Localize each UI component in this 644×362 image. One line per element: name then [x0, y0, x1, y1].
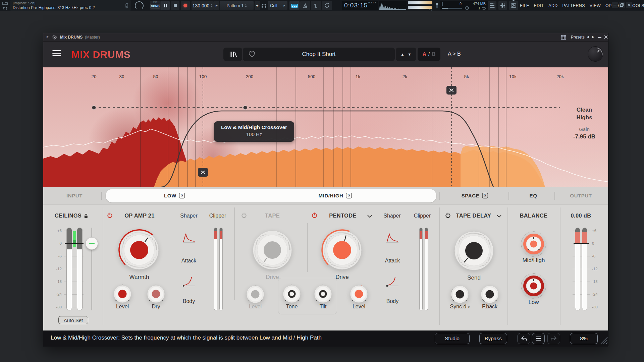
record-button[interactable] — [181, 1, 190, 10]
preset-display[interactable]: Chop It Short — [243, 48, 395, 61]
gear-icon[interactable] — [52, 35, 57, 40]
warmth-knob[interactable] — [117, 228, 161, 274]
metronome-icon[interactable] — [300, 1, 310, 10]
piano-roll-panel-icon[interactable] — [509, 1, 518, 10]
app-restore-button[interactable] — [619, 2, 625, 8]
tab-output[interactable]: OUTPUT — [570, 193, 592, 198]
plugin-minimize-icon[interactable] — [598, 37, 601, 38]
wait-for-input-icon[interactable] — [311, 1, 321, 10]
favorite-heart-icon[interactable] — [248, 51, 256, 58]
studio-button[interactable]: Studio — [435, 333, 470, 344]
presets-label[interactable]: Presets — [571, 35, 585, 40]
song-label[interactable]: SONG — [151, 4, 160, 8]
add-pattern-button[interactable]: + — [255, 1, 260, 10]
pat-label[interactable]: PAT — [150, 1, 161, 3]
opamp-dry-knob[interactable] — [147, 285, 165, 305]
preset-down-icon[interactable]: ▼ — [408, 52, 412, 56]
pat-song-toggle[interactable]: PAT SONG — [150, 1, 161, 10]
plugin-titlebar[interactable]: ▶ Mix DRUMS (Master) Presets ◀ ▶ — [43, 33, 608, 42]
preset-library-button[interactable] — [223, 48, 242, 61]
stop-button[interactable] — [171, 1, 179, 10]
tape-level-knob[interactable] — [246, 285, 265, 305]
menu-patterns[interactable]: PATTERNS — [562, 3, 585, 8]
body-shaper-icon[interactable] — [182, 275, 196, 288]
crossover-handle-low[interactable] — [198, 168, 208, 177]
sync-knob[interactable] — [450, 285, 469, 305]
send-knob[interactable] — [452, 229, 496, 274]
pentode-level-knob[interactable] — [350, 285, 368, 305]
spectrum-display[interactable]: 20 30 50 100 200 500 1k 2k 5k 10k 20k Lo… — [43, 67, 608, 187]
tapedelay-power-icon[interactable] — [445, 213, 451, 218]
tab-space[interactable]: SPACES — [462, 193, 488, 198]
tab-low[interactable]: LOWS — [164, 193, 185, 198]
ceiling-slider-handle[interactable] — [86, 237, 98, 250]
master-pitch-bar[interactable] — [408, 6, 432, 9]
auto-set-button[interactable]: Auto Set — [58, 316, 88, 324]
ab-copy-button[interactable]: A > B — [448, 51, 461, 57]
ab-a[interactable]: A — [422, 51, 426, 57]
project-browser-icon[interactable] — [2, 1, 9, 11]
pentode-power-icon[interactable] — [312, 213, 317, 218]
pentode-tilt-knob[interactable] — [314, 285, 332, 305]
tape-drive-knob[interactable] — [250, 228, 294, 274]
output-value[interactable]: 0.00 dB — [571, 213, 591, 219]
tapedelay-chevron-icon[interactable] — [497, 215, 501, 218]
preset-browser-icon[interactable] — [561, 35, 566, 40]
cell-selector[interactable]: Cell ▶ — [268, 1, 287, 10]
pentode-tone-knob[interactable] — [282, 285, 301, 305]
history-menu-button[interactable] — [532, 333, 545, 344]
attack-shaper-icon[interactable] — [386, 232, 399, 244]
balance-low-knob[interactable] — [520, 273, 547, 301]
loop-record-icon[interactable] — [322, 1, 332, 10]
shuffle-slider[interactable] — [436, 3, 438, 8]
tab-input[interactable]: INPUT — [66, 193, 83, 198]
preset-up-icon[interactable]: ▲ — [401, 52, 405, 56]
plugin-close-icon[interactable] — [604, 35, 608, 39]
output-gain-knob[interactable] — [588, 46, 603, 62]
pentode-drive-knob[interactable] — [320, 228, 364, 274]
tab-midhigh[interactable]: MID/HIGHS — [319, 193, 352, 198]
ab-compare[interactable]: A / B — [418, 48, 440, 61]
menu-burger-icon[interactable] — [52, 50, 61, 58]
app-close-button[interactable] — [626, 2, 632, 8]
master-volume-bar[interactable] — [408, 1, 432, 4]
pentode-chevron-icon[interactable] — [367, 215, 372, 218]
resize-grip[interactable] — [599, 337, 608, 345]
menu-add[interactable]: ADD — [548, 3, 557, 8]
cpu-usage-button[interactable]: 8% — [570, 333, 598, 344]
opamp-level-knob[interactable] — [113, 285, 132, 305]
tempo-display[interactable]: 130.000 — [192, 1, 214, 10]
preset-prev-icon[interactable]: ◀ — [587, 35, 589, 39]
typing-keyboard-to-piano-icon[interactable] — [289, 1, 300, 10]
pause-button[interactable] — [161, 1, 170, 10]
oscilloscope[interactable] — [379, 1, 407, 10]
tempo-stepper[interactable] — [211, 4, 213, 7]
bypass-button[interactable]: Bypass — [479, 333, 507, 344]
pattern-stepper[interactable] — [245, 4, 247, 7]
preset-prev-next[interactable]: ▲ ▼ — [396, 48, 416, 61]
solo-badge[interactable]: S — [179, 193, 185, 198]
time-display[interactable]: 0:03:15 M:S:CS — [342, 1, 378, 10]
pattern-selector[interactable]: Pattern 1 — [220, 1, 254, 10]
menu-file[interactable]: FILE — [520, 3, 529, 8]
menu-edit[interactable]: EDIT — [534, 3, 544, 8]
feedback-knob[interactable] — [480, 285, 499, 305]
tape-power-icon[interactable] — [241, 213, 247, 218]
tab-eq[interactable]: EQ — [530, 193, 537, 198]
menu-view[interactable]: VIEW — [590, 3, 601, 8]
redo-button[interactable] — [547, 333, 560, 344]
undo-button[interactable] — [518, 333, 530, 344]
detach-arrow-icon[interactable]: ▶ — [47, 35, 49, 38]
app-minimize-button[interactable] — [612, 2, 618, 8]
mixer-panel-icon[interactable] — [498, 1, 507, 10]
crossover-handle-high[interactable] — [446, 86, 457, 95]
preset-next-icon[interactable]: ▶ — [592, 35, 594, 39]
solo-badge[interactable]: S — [346, 193, 352, 198]
opamp-power-icon[interactable] — [107, 213, 113, 218]
preset-name[interactable]: Chop It Short — [302, 51, 335, 58]
attack-shaper-icon[interactable] — [182, 232, 196, 244]
body-shaper-icon[interactable] — [386, 275, 399, 288]
main-volume-knob[interactable] — [135, 1, 144, 10]
balance-midhigh-knob[interactable] — [520, 231, 547, 259]
ab-b[interactable]: B — [432, 51, 436, 57]
